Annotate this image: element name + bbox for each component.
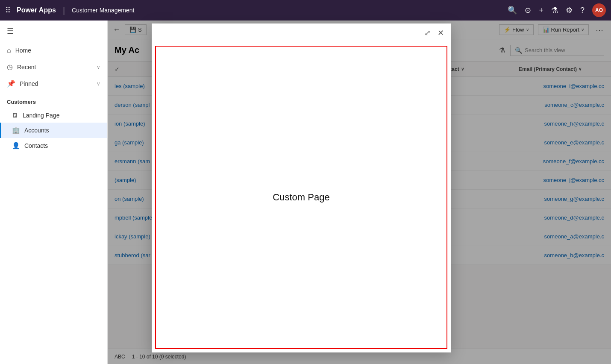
sidebar-item-contacts[interactable]: 👤 Contacts [0,138,107,153]
brand-divider: | [63,6,65,15]
modal-body: Custom Page [155,46,447,349]
recent-icon: ◷ [7,63,13,71]
sidebar-item-home[interactable]: ⌂ Home [0,42,107,59]
recent-chevron-icon: ∨ [97,64,100,70]
pinned-chevron-icon: ∨ [97,81,100,87]
home-icon: ⌂ [7,47,11,54]
brand-label: Power Apps [17,6,56,14]
modal-titlebar: ⤢ ✕ [152,23,451,42]
app-name-label: Customer Management [72,7,508,14]
sidebar: ☰ ⌂ Home ◷ Recent ∨ 📌 Pinned ∨ Customers… [0,21,108,364]
pinned-label: Pinned [20,80,92,87]
accounts-label: Accounts [24,127,49,134]
sidebar-item-accounts[interactable]: 🏢 Accounts [0,123,107,138]
contacts-label: Contacts [24,142,48,149]
help-icon[interactable]: ? [580,6,585,15]
sidebar-item-landing-page[interactable]: 🗓 Landing Page [0,108,107,123]
apps-grid-icon[interactable]: ⠿ [5,6,11,15]
customers-section-header: Customers [0,92,107,108]
expand-icon[interactable]: ⤢ [423,26,432,39]
top-bar-actions: 🔍 ⊙ + ⚗ ⚙ ? AO [508,3,606,17]
contacts-icon: 👤 [12,142,20,150]
recent-label: Recent [17,64,92,70]
pinned-icon: 📌 [7,79,15,88]
hamburger-icon[interactable]: ☰ [0,21,107,42]
filter-icon[interactable]: ⚗ [551,6,558,15]
close-icon[interactable]: ✕ [436,26,446,39]
custom-page-label: Custom Page [273,192,329,203]
sidebar-item-pinned[interactable]: 📌 Pinned ∨ [0,75,107,92]
home-label: Home [15,47,100,54]
landing-page-label: Landing Page [23,112,59,119]
add-icon[interactable]: + [539,6,543,15]
modal-dialog: ⤢ ✕ Custom Page [152,23,451,352]
avatar[interactable]: AO [592,3,606,17]
accounts-icon: 🏢 [12,126,20,134]
settings-icon[interactable]: ⚙ [566,6,573,15]
landing-page-icon: 🗓 [12,112,18,119]
top-bar: ⠿ Power Apps | Customer Management 🔍 ⊙ +… [0,0,611,21]
sidebar-item-recent[interactable]: ◷ Recent ∨ [0,59,107,75]
search-icon[interactable]: 🔍 [508,6,517,15]
target-icon[interactable]: ⊙ [525,6,531,15]
